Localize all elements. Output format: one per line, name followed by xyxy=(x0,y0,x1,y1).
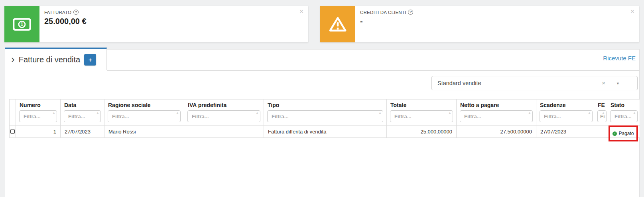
card-value: 25.000,00 € xyxy=(44,17,87,26)
filter-input-scadenze[interactable] xyxy=(540,110,593,122)
card-label: FATTURATO xyxy=(44,10,71,15)
card-label: CREDITI DA CLIENTI xyxy=(360,10,406,15)
cell-stato: ✓Pagato xyxy=(608,126,640,138)
status-badge: Pagato xyxy=(618,131,634,136)
filter-input-fe[interactable] xyxy=(597,110,607,122)
column-label: IVA predefinita xyxy=(187,101,260,110)
invoices-table: Numero▲Data▲Ragione sociale▲IVA predefin… xyxy=(9,99,640,138)
crediti-card: CREDITI DA CLIENTI ? - × xyxy=(320,6,639,42)
filter-input-ragione_sociale[interactable] xyxy=(108,110,181,122)
column-label: Data xyxy=(64,101,101,110)
card-value: - xyxy=(360,17,413,26)
column-header-fe: FE▲ xyxy=(596,99,608,126)
cell-netto_a_pagare: 27.500,00000 xyxy=(457,126,536,138)
chevron-down-icon: ▼ xyxy=(616,82,620,86)
card-body: FATTURATO ? 25.000,00 € xyxy=(39,6,87,42)
view-select[interactable]: Standard vendite × ▼ xyxy=(431,76,638,90)
app-page: { "cards": [ { "label": "FATTURATO", "he… xyxy=(0,0,644,197)
clear-icon[interactable]: × xyxy=(602,80,605,87)
column-label: FE xyxy=(597,101,607,110)
column-label: Totale xyxy=(390,101,453,110)
column-header-totale: Totale▲ xyxy=(387,99,457,126)
filter-input-totale[interactable] xyxy=(390,110,453,122)
filter-input-stato[interactable] xyxy=(610,110,638,122)
cell-fe xyxy=(596,126,608,138)
content-panel: Ricevute FE Standard vendite × ▼ Numero▲… xyxy=(5,49,640,197)
column-label: Ragione sociale xyxy=(108,101,181,110)
filter-input-data[interactable] xyxy=(64,110,101,122)
cell-scadenze: 27/07/2023 xyxy=(536,126,596,138)
column-header-stato: Stato▲ xyxy=(608,99,640,126)
add-invoice-button[interactable]: + xyxy=(84,54,96,66)
help-icon[interactable]: ? xyxy=(408,10,413,15)
column-label: Tipo xyxy=(267,101,383,110)
help-icon[interactable]: ? xyxy=(73,10,79,15)
cell-numero: 1 xyxy=(16,126,61,138)
column-header-data: Data▲ xyxy=(61,99,104,126)
column-label: Stato xyxy=(610,101,638,110)
tab-label: Fatture di vendita xyxy=(19,55,81,64)
column-header-netto_a_pagare: Netto a pagare▲ xyxy=(457,99,536,126)
annotation-highlight: ✓Pagato xyxy=(609,125,638,141)
cell-totale: 25.000,00000 xyxy=(387,126,457,138)
close-icon[interactable]: × xyxy=(630,8,634,15)
row-checkbox[interactable] xyxy=(10,129,15,134)
cell-tipo: Fattura differita di vendita xyxy=(264,126,387,138)
svg-text:1: 1 xyxy=(21,22,24,27)
column-label: Scadenze xyxy=(540,101,593,110)
column-header-numero: Numero▲ xyxy=(16,99,61,126)
tabstrip-divider xyxy=(107,70,640,71)
filter-input-tipo[interactable] xyxy=(267,110,383,122)
column-header-ragione_sociale: Ragione sociale▲ xyxy=(104,99,184,126)
cell-iva_predefinita xyxy=(184,126,264,138)
tab-fatture-di-vendita[interactable]: › Fatture di vendita + xyxy=(5,48,107,70)
checkbox-cell xyxy=(10,126,16,138)
chevron-right-icon: › xyxy=(11,55,15,63)
card-body: CREDITI DA CLIENTI ? - xyxy=(355,6,413,42)
cell-ragione_sociale: Mario Rossi xyxy=(104,126,184,138)
cell-data: 27/07/2023 xyxy=(61,126,104,138)
filter-input-numero[interactable] xyxy=(19,110,57,122)
banknote-icon: 1 xyxy=(4,6,39,42)
column-header-tipo: Tipo▲ xyxy=(264,99,387,126)
column-header-scadenze: Scadenze▲ xyxy=(536,99,596,126)
close-icon[interactable]: × xyxy=(299,8,303,15)
check-circle-icon: ✓ xyxy=(612,131,617,136)
filter-input-netto_a_pagare[interactable] xyxy=(460,110,533,122)
select-column-header xyxy=(10,99,16,126)
column-label: Netto a pagare xyxy=(460,101,533,110)
warning-icon xyxy=(320,6,355,42)
filter-input-iva_predefinita[interactable] xyxy=(187,110,260,122)
table-row[interactable]: 127/07/2023Mario RossiFattura differita … xyxy=(10,126,640,138)
fatturato-card: 1 FATTURATO ? 25.000,00 € × xyxy=(4,6,308,42)
column-header-iva_predefinita: IVA predefinita▲ xyxy=(184,99,264,126)
ricevute-fe-link[interactable]: Ricevute FE xyxy=(603,55,636,62)
select-value: Standard vendite xyxy=(437,80,481,86)
column-label: Numero xyxy=(19,101,57,110)
